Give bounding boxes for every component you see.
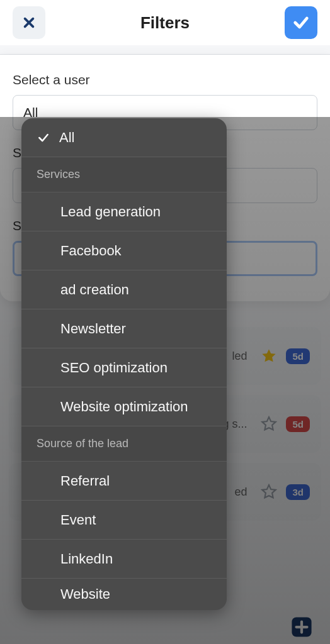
dropdown-item[interactable]: LinkedIn xyxy=(21,540,227,579)
check-icon xyxy=(37,131,50,145)
close-button[interactable] xyxy=(13,6,45,39)
header-bar: Filters xyxy=(0,0,330,45)
dropdown-item-label: SEO optimization xyxy=(60,360,168,376)
age-badge: 3d xyxy=(286,484,310,500)
dropdown-item-label: Event xyxy=(60,512,96,528)
dropdown-item[interactable]: Facebook xyxy=(21,231,227,270)
dropdown-group-services: Services xyxy=(21,157,227,192)
dropdown-item-label: Lead generation xyxy=(60,204,161,220)
confirm-button[interactable] xyxy=(285,6,317,39)
page-title: Filters xyxy=(45,13,285,33)
dropdown-item-label: ad creation xyxy=(60,282,129,298)
dropdown-item[interactable]: Lead generation xyxy=(21,192,227,231)
age-badge: 5d xyxy=(286,416,310,432)
age-badge: 5d xyxy=(286,348,310,364)
dropdown-item-label: Facebook xyxy=(60,243,122,259)
list-item-text: ed xyxy=(234,486,247,499)
dropdown-item-label: Website xyxy=(60,586,110,602)
add-button[interactable] xyxy=(291,616,312,638)
star-outline-icon xyxy=(261,484,277,500)
star-icon xyxy=(261,348,277,364)
dropdown-item-label: Referral xyxy=(60,473,110,489)
dropdown-item[interactable]: ad creation xyxy=(21,270,227,309)
star-outline-icon xyxy=(261,416,277,432)
dropdown-item[interactable]: Event xyxy=(21,501,227,540)
dropdown-item-label: Website optimization xyxy=(60,399,188,415)
dropdown-item-label: Newsletter xyxy=(60,321,126,337)
dropdown-group-source: Source of the lead xyxy=(21,426,227,462)
dropdown-item[interactable]: SEO optimization xyxy=(21,348,227,387)
list-item-text: led xyxy=(232,350,247,363)
dropdown-item-label: All xyxy=(59,130,74,146)
dropdown-item[interactable]: Website optimization xyxy=(21,387,227,426)
user-field-label: Select a user xyxy=(13,72,317,87)
dropdown-item[interactable]: Newsletter xyxy=(21,309,227,348)
tag-dropdown: All Services Lead generation Facebook ad… xyxy=(21,118,227,610)
dropdown-item-all[interactable]: All xyxy=(21,118,227,157)
dropdown-item[interactable]: Referral xyxy=(21,462,227,501)
dropdown-item[interactable]: Website xyxy=(21,579,227,610)
dropdown-item-label: LinkedIn xyxy=(60,551,113,567)
